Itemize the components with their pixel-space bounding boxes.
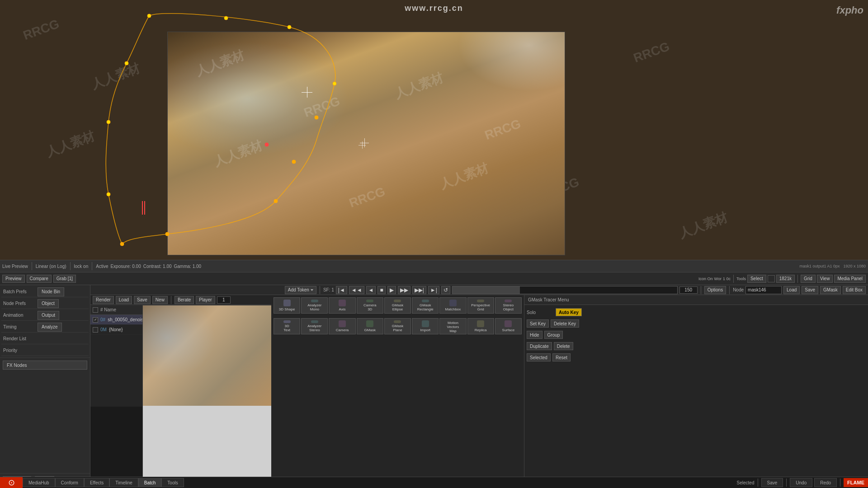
- hide-btn[interactable]: Hide: [527, 331, 542, 339]
- effects-btn[interactable]: Effects: [84, 478, 109, 487]
- left-sidebar: Batch Prefs Node Bin Node Prefs Object A…: [0, 285, 90, 488]
- resolution-btn[interactable]: 1821k: [776, 275, 795, 283]
- render-list-label: Render List: [3, 336, 35, 341]
- tool-3d-shape[interactable]: 3D Shape: [274, 297, 300, 314]
- tool-3d-text[interactable]: 3DText: [274, 318, 300, 334]
- node-checkbox-1[interactable]: ✓: [93, 317, 98, 323]
- tool-gmask[interactable]: GMask: [357, 318, 383, 334]
- logo-area: ⊙: [0, 477, 23, 488]
- group-btn[interactable]: Group: [544, 331, 563, 339]
- active-label: Active: [96, 264, 108, 269]
- load-node-btn[interactable]: Load: [783, 286, 800, 294]
- set-key-btn[interactable]: Set Key: [527, 319, 549, 328]
- tool-matchbox[interactable]: Matchbox: [439, 297, 466, 314]
- grid-btn[interactable]: Grid: [801, 275, 816, 283]
- save-btn[interactable]: Save: [134, 296, 151, 304]
- tool-surface[interactable]: Surface: [495, 318, 522, 334]
- tool-analyzer-mono[interactable]: AnalyzerMono: [301, 297, 328, 314]
- undo-btn[interactable]: Undo: [790, 478, 812, 487]
- timeslider[interactable]: [452, 286, 678, 294]
- play-btn[interactable]: ▶: [387, 286, 396, 294]
- next-key-btn[interactable]: ▶▶|: [412, 286, 426, 294]
- add-token-btn[interactable]: Add Token: [285, 286, 316, 294]
- reset-btn[interactable]: Reset: [552, 353, 571, 361]
- conform-btn[interactable]: Conform: [55, 478, 84, 487]
- player-frame-input[interactable]: [217, 296, 231, 304]
- view-btn[interactable]: View: [817, 275, 833, 283]
- lock-on-label[interactable]: lock on: [74, 264, 89, 269]
- tool-gmask-plane[interactable]: GMaskPlane: [384, 318, 411, 334]
- node-prefs-label: Node Prefs: [3, 301, 35, 306]
- load-btn[interactable]: Load: [116, 296, 132, 304]
- berate-btn[interactable]: Berate: [175, 296, 194, 304]
- redo-btn[interactable]: Redo: [814, 478, 837, 487]
- node-bin-btn[interactable]: Node Bin: [38, 287, 64, 296]
- timing-label: Timing: [3, 324, 35, 329]
- tool-motion-vectors[interactable]: MotionVectorsMap: [439, 318, 466, 334]
- tool-camera[interactable]: Camera: [329, 318, 355, 334]
- frame-input[interactable]: [679, 286, 698, 294]
- options-btn[interactable]: Options: [704, 286, 726, 294]
- delete-key-btn[interactable]: Delete Key: [551, 319, 579, 328]
- tools-label: Tools: [736, 277, 746, 281]
- animation-label: Animation: [3, 313, 35, 318]
- save-bottom-btn[interactable]: Save: [761, 478, 783, 487]
- node-value-input[interactable]: [745, 286, 782, 294]
- timeline-btn[interactable]: Timeline: [109, 478, 138, 487]
- save-node-btn[interactable]: Save: [802, 286, 818, 294]
- checkbox-icon[interactable]: [93, 307, 98, 313]
- output-btn[interactable]: Output: [38, 311, 59, 320]
- grab-tab[interactable]: Grab [1]: [53, 275, 76, 283]
- next-frame-btn[interactable]: ▶▶: [398, 286, 410, 294]
- new-btn[interactable]: New: [152, 296, 168, 304]
- stop-btn[interactable]: ■: [377, 286, 385, 294]
- loop-btn[interactable]: ↺: [441, 286, 450, 294]
- priority-label: Priority: [3, 348, 35, 353]
- tool-axis[interactable]: Axis: [329, 297, 355, 314]
- gmask-tracer-header: GMask Tracer Menu: [524, 295, 868, 305]
- tools-btn[interactable]: Tools: [161, 478, 184, 487]
- tool-analyzer-stereo[interactable]: AnalyzerStereo: [301, 318, 328, 334]
- 3d-btn: 1 0c: [723, 277, 731, 281]
- tool-gmask-rectangle[interactable]: GMaskRectangle: [412, 297, 439, 314]
- tool-import[interactable]: Import: [412, 318, 439, 334]
- go-end-btn[interactable]: ►|: [428, 286, 439, 294]
- tool-camera-3d[interactable]: Camera3D: [357, 297, 383, 314]
- render-btn[interactable]: Render: [93, 296, 114, 304]
- gmask-btn[interactable]: GMask: [820, 286, 841, 294]
- fxphd-logo: fxpho: [836, 5, 863, 16]
- controls-bar: Preview Compare Grab [1] Icon On Wor 1 0…: [0, 272, 868, 285]
- viewport-image[interactable]: 人人素材 RRCG 人人素材 RRCG 人人素材 人人素材 RRCG: [167, 32, 565, 255]
- media-panel-btn[interactable]: Media Panel: [834, 275, 866, 283]
- thumbnail-image: [143, 305, 278, 406]
- delete-btn[interactable]: Delete: [554, 342, 573, 350]
- prev-frame-btn[interactable]: ◄: [366, 286, 376, 294]
- batch-btn[interactable]: Batch: [138, 478, 162, 487]
- tool-replica[interactable]: Replica: [467, 318, 494, 334]
- go-start-btn[interactable]: |◄: [336, 286, 347, 294]
- contrast-label: Contrast: 1.00: [143, 264, 172, 269]
- compare-tab[interactable]: Compare: [27, 275, 52, 283]
- color-swatch: [768, 275, 775, 282]
- tool-perspective-grid[interactable]: PerspectiveGrid: [467, 297, 494, 314]
- mediahub-btn[interactable]: MediaHub: [23, 478, 55, 487]
- selected-btn[interactable]: Selected: [527, 353, 551, 361]
- tool-gmask-ellipse[interactable]: GMaskEllipse: [384, 297, 411, 314]
- analyze-btn[interactable]: Analyze: [38, 323, 62, 332]
- node-label: Node: [733, 287, 744, 292]
- select-btn[interactable]: Select: [747, 275, 766, 283]
- word-label: Wor: [714, 277, 722, 281]
- player-btn[interactable]: Player: [196, 296, 215, 304]
- live-preview-label: Live Preview: [2, 264, 28, 269]
- duplicate-btn[interactable]: Duplicate: [527, 342, 552, 350]
- object-prefs-btn[interactable]: Object: [38, 299, 59, 308]
- fx-nodes-btn[interactable]: FX Nodes: [3, 361, 87, 370]
- preview-tab[interactable]: Preview: [2, 275, 25, 283]
- node-checkbox-2[interactable]: [93, 327, 98, 333]
- viewer-toolbar: Live Preview Linear (on Log) lock on Act…: [0, 260, 868, 272]
- gamma-label: Gamma: 1.00: [174, 264, 202, 269]
- prev-key-btn[interactable]: ◄◄: [349, 286, 364, 294]
- edit-box-btn[interactable]: Edit Box: [843, 286, 866, 294]
- tool-stereo-object[interactable]: StereoObject: [495, 297, 522, 314]
- auto-key-btn[interactable]: Auto Key: [556, 308, 582, 316]
